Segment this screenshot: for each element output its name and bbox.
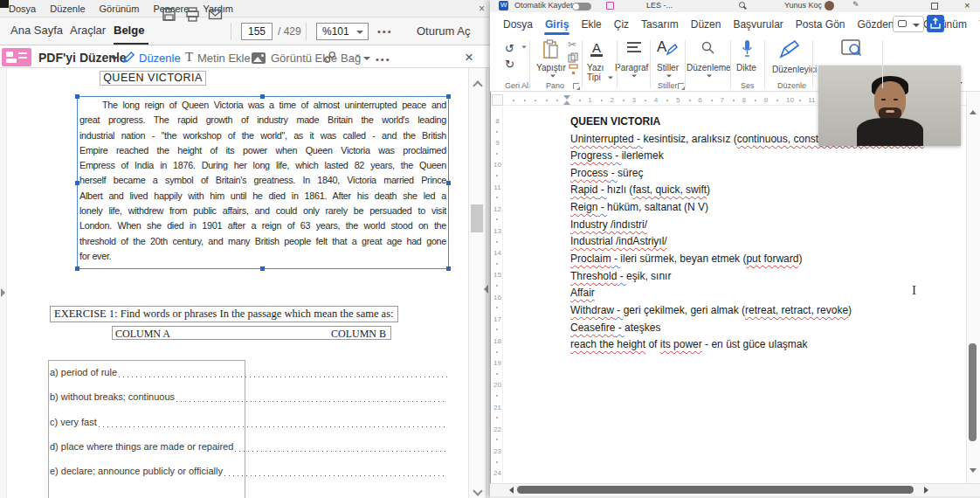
share-button[interactable]: [927, 15, 944, 32]
ruler-number: 22: [493, 425, 502, 433]
save-icon[interactable]: [162, 7, 176, 22]
save-icon[interactable]: [606, 2, 614, 10]
ruler-tick: [623, 100, 625, 101]
dictate-microphone-icon[interactable]: [741, 38, 754, 59]
exercise-item-row: d) place where things are made or repair…: [50, 439, 447, 452]
font-button[interactable]: Yazı: [587, 63, 604, 73]
vertical-ruler[interactable]: 8910111213141516171819202122232425: [492, 107, 503, 485]
comments-dropdown[interactable]: [893, 16, 924, 32]
ruler-number: 11: [808, 96, 815, 104]
add-text-button[interactable]: Metin Ekle: [197, 52, 251, 65]
dictate-button[interactable]: Dikte: [736, 63, 756, 73]
font-icon[interactable]: A: [590, 40, 603, 57]
word-tab-dosya[interactable]: Dosya: [497, 13, 539, 37]
sign-in-button[interactable]: Oturum Aç: [417, 24, 470, 38]
undo-group-label: Geri Al: [505, 81, 528, 90]
chevron-down-icon: [111, 57, 118, 60]
styles-button[interactable]: Stiller: [657, 63, 679, 73]
collapse-right-panel-arrow[interactable]: [484, 285, 488, 294]
ruler-tick: [689, 100, 691, 101]
search-icon[interactable]: [739, 2, 745, 8]
avatar[interactable]: [825, 1, 834, 10]
first-line-indent-marker[interactable]: [563, 95, 570, 100]
ruler-tick: [496, 395, 498, 397]
menu-item-dosya[interactable]: Dosya: [9, 3, 36, 14]
paragraph-icon[interactable]: [627, 42, 641, 52]
tab-belge[interactable]: Belge: [114, 24, 144, 37]
pdf-left-panel-strip: [0, 68, 7, 498]
paste-icon[interactable]: [542, 39, 561, 60]
pdf-vertical-scrollbar[interactable]: [468, 68, 486, 498]
more-edit-tools-button[interactable]: •••: [376, 54, 391, 65]
ribbon-group-separator: [730, 40, 731, 88]
editor-group-label: Düzenle: [777, 81, 806, 90]
find-icon[interactable]: [700, 40, 715, 55]
tab-araclar[interactable]: Araçlar: [70, 24, 106, 37]
close-edit-toolbar-icon[interactable]: ×: [465, 49, 473, 66]
word-tab-düzen[interactable]: Düzen: [685, 13, 728, 37]
chevron-down-icon: [356, 31, 363, 34]
pdf-scrollbar-thumb[interactable]: [471, 204, 483, 232]
word-tab-posta-gön[interactable]: Posta Gön: [790, 13, 852, 37]
editor-pen-icon[interactable]: [779, 39, 800, 59]
scroll-right-icon[interactable]: [924, 487, 928, 494]
word-tab-görünüm[interactable]: Görünüm: [917, 13, 973, 37]
scroll-left-icon[interactable]: [509, 487, 514, 494]
ruler-number: 18: [493, 337, 502, 345]
clipboard-dialog-launcher[interactable]: [573, 83, 579, 89]
edit-pencil-icon[interactable]: [122, 51, 135, 64]
scroll-up-icon[interactable]: [970, 110, 977, 114]
page-number-input[interactable]: 155: [241, 23, 273, 40]
maximize-icon[interactable]: [931, 3, 938, 10]
chevron-down-icon: [521, 46, 527, 49]
word-tab-ekle[interactable]: Ekle: [575, 13, 607, 37]
print-icon[interactable]: [185, 7, 200, 22]
edit-pdf-panel-icon[interactable]: [2, 48, 31, 66]
word-vscrollbar-thumb[interactable]: [969, 343, 977, 441]
cut-icon[interactable]: ✂: [568, 38, 576, 51]
column-b-label: COLUMN B: [331, 328, 386, 340]
scroll-down-icon[interactable]: [970, 468, 977, 473]
paste-button[interactable]: Yapıştır: [536, 63, 566, 73]
columns-header-box: COLUMN A COLUMN B: [112, 326, 391, 340]
pen-mode-icon[interactable]: ✎: [852, 0, 859, 9]
edit-tool-button[interactable]: Düzenle: [139, 52, 181, 65]
close-icon[interactable]: ×: [964, 0, 970, 10]
word-tab-tasarım[interactable]: Tasarım: [635, 13, 685, 37]
ruler-number: 24: [493, 469, 502, 477]
editing-button[interactable]: Düzenleme: [687, 63, 731, 73]
tab-ana-sayfa[interactable]: Ana Sayfa: [10, 24, 63, 37]
word-tab-giriş[interactable]: Giriş: [539, 13, 575, 37]
pdf-close-icon[interactable]: ×: [479, 3, 485, 15]
copy-icon[interactable]: [568, 51, 578, 61]
menu-item-düzenle[interactable]: Düzenle: [50, 3, 85, 14]
ruler-tick: [496, 131, 498, 133]
email-icon[interactable]: [208, 7, 223, 22]
toolbar-separator: [231, 23, 231, 40]
expand-left-panel-arrow[interactable]: [1, 288, 5, 297]
ruler-number: 10: [786, 96, 794, 104]
word-tab-çiz[interactable]: Çiz: [608, 13, 635, 37]
link-button[interactable]: Bağ: [341, 52, 361, 65]
more-tools-button[interactable]: •••: [377, 26, 393, 37]
add-image-icon[interactable]: [252, 52, 266, 64]
reuse-files-icon[interactable]: [840, 38, 863, 59]
pdf-menubar: DosyaDüzenleGörünümPencereYardım: [0, 0, 490, 17]
redo-icon[interactable]: ↻: [505, 56, 517, 68]
styles-dialog-launcher[interactable]: [678, 83, 684, 89]
exercise-item-row: c) very fast: [50, 414, 447, 427]
format-painter-icon[interactable]: [568, 63, 579, 74]
font-button-line2[interactable]: Tipi: [587, 73, 601, 82]
word-tab-yardım[interactable]: Yardım: [973, 13, 980, 37]
tab-selector[interactable]: [492, 94, 503, 106]
editor-button[interactable]: Düzenleyici: [772, 65, 817, 74]
hanging-indent-marker[interactable]: [563, 100, 570, 105]
zoom-level-dropdown[interactable]: %101: [316, 23, 369, 40]
toolbar-separator: [306, 23, 307, 40]
paragraph-button[interactable]: Paragraf: [615, 63, 648, 73]
word-tab-başvurular[interactable]: Başvurular: [727, 13, 789, 37]
undo-icon[interactable]: ↺: [505, 40, 517, 52]
menu-item-görünüm[interactable]: Görünüm: [100, 3, 140, 14]
word-hscrollbar-thumb[interactable]: [517, 486, 914, 494]
link-icon[interactable]: [323, 51, 336, 64]
